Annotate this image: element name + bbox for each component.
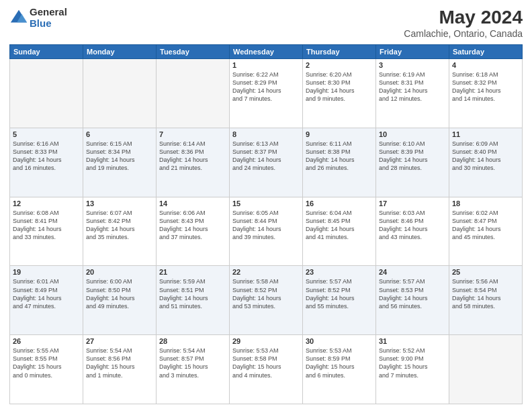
day-number: 28 bbox=[159, 337, 226, 345]
day-number: 6 bbox=[86, 130, 153, 138]
day-number: 21 bbox=[159, 268, 226, 276]
day-number: 12 bbox=[13, 199, 80, 208]
calendar-cell: 1Sunrise: 6:22 AM Sunset: 8:29 PM Daylig… bbox=[230, 59, 303, 128]
day-number: 15 bbox=[232, 199, 300, 208]
day-info: Sunrise: 6:22 AM Sunset: 8:29 PM Dayligh… bbox=[232, 71, 300, 103]
day-info: Sunrise: 6:11 AM Sunset: 8:38 PM Dayligh… bbox=[306, 140, 373, 173]
day-info: Sunrise: 6:06 AM Sunset: 8:43 PM Dayligh… bbox=[159, 209, 226, 242]
day-info: Sunrise: 6:10 AM Sunset: 8:39 PM Dayligh… bbox=[379, 140, 446, 173]
calendar-cell: 12Sunrise: 6:08 AM Sunset: 8:41 PM Dayli… bbox=[10, 197, 83, 266]
calendar-cell: 3Sunrise: 6:19 AM Sunset: 8:31 PM Daylig… bbox=[376, 59, 449, 128]
day-number: 11 bbox=[452, 130, 519, 138]
day-info: Sunrise: 6:03 AM Sunset: 8:46 PM Dayligh… bbox=[379, 209, 446, 242]
calendar-week-row: 5Sunrise: 6:16 AM Sunset: 8:33 PM Daylig… bbox=[10, 128, 523, 197]
calendar-cell: 7Sunrise: 6:14 AM Sunset: 8:36 PM Daylig… bbox=[157, 128, 230, 197]
day-number: 22 bbox=[232, 268, 300, 276]
day-number: 3 bbox=[379, 61, 446, 69]
day-number: 26 bbox=[13, 337, 80, 345]
calendar-week-row: 19Sunrise: 6:01 AM Sunset: 8:49 PM Dayli… bbox=[10, 266, 523, 335]
day-number: 13 bbox=[86, 199, 153, 208]
day-number: 18 bbox=[452, 199, 519, 208]
day-info: Sunrise: 6:16 AM Sunset: 8:33 PM Dayligh… bbox=[13, 140, 80, 173]
day-info: Sunrise: 5:56 AM Sunset: 8:54 PM Dayligh… bbox=[452, 277, 519, 310]
month-year: May 2024 bbox=[404, 7, 523, 28]
day-header-wednesday: Wednesday bbox=[230, 45, 303, 59]
calendar-cell: 28Sunrise: 5:54 AM Sunset: 8:57 PM Dayli… bbox=[157, 335, 230, 404]
calendar-cell: 24Sunrise: 5:57 AM Sunset: 8:53 PM Dayli… bbox=[376, 266, 449, 335]
day-info: Sunrise: 6:01 AM Sunset: 8:49 PM Dayligh… bbox=[13, 277, 80, 310]
day-number: 4 bbox=[452, 61, 519, 69]
logo-blue-label: Blue bbox=[30, 18, 67, 30]
day-number: 30 bbox=[306, 337, 373, 345]
calendar-body: 1Sunrise: 6:22 AM Sunset: 8:29 PM Daylig… bbox=[10, 59, 523, 404]
day-header-saturday: Saturday bbox=[449, 45, 523, 59]
day-number: 1 bbox=[232, 61, 300, 69]
calendar-cell: 16Sunrise: 6:04 AM Sunset: 8:45 PM Dayli… bbox=[303, 197, 376, 266]
calendar-week-row: 12Sunrise: 6:08 AM Sunset: 8:41 PM Dayli… bbox=[10, 197, 523, 266]
day-info: Sunrise: 5:54 AM Sunset: 8:57 PM Dayligh… bbox=[159, 347, 226, 379]
logo-text: General Blue bbox=[30, 7, 67, 29]
day-info: Sunrise: 5:58 AM Sunset: 8:52 PM Dayligh… bbox=[232, 277, 300, 310]
day-info: Sunrise: 5:57 AM Sunset: 8:53 PM Dayligh… bbox=[379, 277, 446, 310]
calendar-cell: 23Sunrise: 5:57 AM Sunset: 8:52 PM Dayli… bbox=[303, 266, 376, 335]
day-info: Sunrise: 5:54 AM Sunset: 8:56 PM Dayligh… bbox=[86, 347, 153, 379]
header: General Blue May 2024 Camlachie, Ontario… bbox=[9, 7, 523, 39]
day-header-row: SundayMondayTuesdayWednesdayThursdayFrid… bbox=[10, 45, 523, 59]
day-info: Sunrise: 6:19 AM Sunset: 8:31 PM Dayligh… bbox=[379, 71, 446, 103]
day-number: 16 bbox=[306, 199, 373, 208]
calendar-cell: 29Sunrise: 5:53 AM Sunset: 8:58 PM Dayli… bbox=[230, 335, 303, 404]
calendar-cell: 30Sunrise: 5:53 AM Sunset: 8:59 PM Dayli… bbox=[303, 335, 376, 404]
calendar-table: SundayMondayTuesdayWednesdayThursdayFrid… bbox=[9, 44, 523, 404]
calendar-cell bbox=[10, 59, 83, 128]
calendar-cell: 10Sunrise: 6:10 AM Sunset: 8:39 PM Dayli… bbox=[376, 128, 449, 197]
calendar-cell bbox=[157, 59, 230, 128]
day-number: 24 bbox=[379, 268, 446, 276]
day-number: 2 bbox=[306, 61, 373, 69]
day-info: Sunrise: 6:04 AM Sunset: 8:45 PM Dayligh… bbox=[306, 209, 373, 242]
day-info: Sunrise: 6:07 AM Sunset: 8:42 PM Dayligh… bbox=[86, 209, 153, 242]
day-info: Sunrise: 5:53 AM Sunset: 8:59 PM Dayligh… bbox=[306, 347, 373, 379]
day-header-thursday: Thursday bbox=[303, 45, 376, 59]
calendar-cell: 31Sunrise: 5:52 AM Sunset: 9:00 PM Dayli… bbox=[376, 335, 449, 404]
day-header-tuesday: Tuesday bbox=[157, 45, 230, 59]
day-number: 10 bbox=[379, 130, 446, 138]
day-number: 25 bbox=[452, 268, 519, 276]
calendar-cell bbox=[449, 335, 523, 404]
day-number: 8 bbox=[232, 130, 300, 138]
day-info: Sunrise: 6:05 AM Sunset: 8:44 PM Dayligh… bbox=[232, 209, 300, 242]
calendar-cell: 20Sunrise: 6:00 AM Sunset: 8:50 PM Dayli… bbox=[83, 266, 157, 335]
day-info: Sunrise: 6:08 AM Sunset: 8:41 PM Dayligh… bbox=[13, 209, 80, 242]
day-number: 5 bbox=[13, 130, 80, 138]
calendar-cell: 22Sunrise: 5:58 AM Sunset: 8:52 PM Dayli… bbox=[230, 266, 303, 335]
day-info: Sunrise: 5:52 AM Sunset: 9:00 PM Dayligh… bbox=[379, 347, 446, 379]
calendar-cell: 15Sunrise: 6:05 AM Sunset: 8:44 PM Dayli… bbox=[230, 197, 303, 266]
day-info: Sunrise: 6:09 AM Sunset: 8:40 PM Dayligh… bbox=[452, 140, 519, 173]
day-number: 7 bbox=[159, 130, 226, 138]
calendar-cell: 11Sunrise: 6:09 AM Sunset: 8:40 PM Dayli… bbox=[449, 128, 523, 197]
day-number: 31 bbox=[379, 337, 446, 345]
day-info: Sunrise: 6:00 AM Sunset: 8:50 PM Dayligh… bbox=[86, 277, 153, 310]
day-number: 9 bbox=[306, 130, 373, 138]
day-info: Sunrise: 5:59 AM Sunset: 8:51 PM Dayligh… bbox=[159, 277, 226, 310]
day-number: 23 bbox=[306, 268, 373, 276]
calendar-header: SundayMondayTuesdayWednesdayThursdayFrid… bbox=[10, 45, 523, 59]
day-header-monday: Monday bbox=[83, 45, 157, 59]
calendar-cell: 13Sunrise: 6:07 AM Sunset: 8:42 PM Dayli… bbox=[83, 197, 157, 266]
calendar-cell: 18Sunrise: 6:02 AM Sunset: 8:47 PM Dayli… bbox=[449, 197, 523, 266]
day-number: 27 bbox=[86, 337, 153, 345]
day-number: 19 bbox=[13, 268, 80, 276]
calendar-cell: 25Sunrise: 5:56 AM Sunset: 8:54 PM Dayli… bbox=[449, 266, 523, 335]
day-number: 20 bbox=[86, 268, 153, 276]
day-info: Sunrise: 5:57 AM Sunset: 8:52 PM Dayligh… bbox=[306, 277, 373, 310]
calendar-cell: 4Sunrise: 6:18 AM Sunset: 8:32 PM Daylig… bbox=[449, 59, 523, 128]
calendar-cell bbox=[83, 59, 157, 128]
calendar-cell: 8Sunrise: 6:13 AM Sunset: 8:37 PM Daylig… bbox=[230, 128, 303, 197]
page: General Blue May 2024 Camlachie, Ontario… bbox=[0, 0, 532, 411]
logo-general-label: General bbox=[30, 7, 67, 18]
calendar-cell: 26Sunrise: 5:55 AM Sunset: 8:55 PM Dayli… bbox=[10, 335, 83, 404]
logo: General Blue bbox=[9, 7, 67, 29]
calendar-week-row: 1Sunrise: 6:22 AM Sunset: 8:29 PM Daylig… bbox=[10, 59, 523, 128]
calendar-cell: 14Sunrise: 6:06 AM Sunset: 8:43 PM Dayli… bbox=[157, 197, 230, 266]
calendar-week-row: 26Sunrise: 5:55 AM Sunset: 8:55 PM Dayli… bbox=[10, 335, 523, 404]
title-block: May 2024 Camlachie, Ontario, Canada bbox=[404, 7, 523, 39]
